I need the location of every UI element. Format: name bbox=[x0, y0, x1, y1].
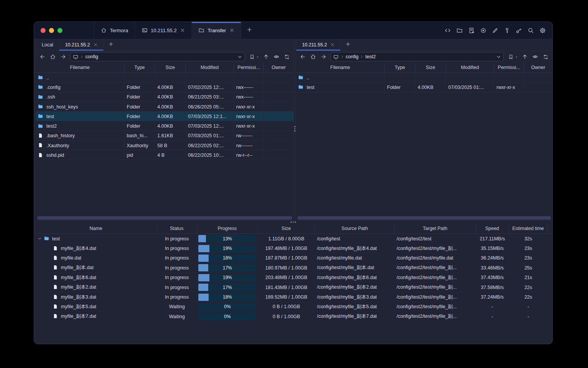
file-owner bbox=[264, 102, 294, 112]
home-icon[interactable] bbox=[49, 53, 56, 60]
chevron-down-icon[interactable] bbox=[496, 54, 501, 59]
close-window-button[interactable] bbox=[41, 28, 46, 33]
file-row[interactable]: ssh_host_keysFolder4.00KB06/26/2025 05:.… bbox=[36, 102, 294, 112]
back-icon[interactable] bbox=[299, 53, 306, 60]
back-icon[interactable] bbox=[39, 53, 46, 60]
path-field[interactable]: config test2 bbox=[330, 52, 504, 61]
scrollbar-thumb[interactable] bbox=[37, 216, 292, 220]
maximize-window-button[interactable] bbox=[57, 28, 62, 33]
expand-chevron-icon[interactable] bbox=[38, 237, 42, 241]
folder-icon[interactable] bbox=[456, 26, 463, 34]
upload-icon[interactable] bbox=[521, 53, 528, 60]
close-icon[interactable] bbox=[180, 28, 185, 33]
key-icon[interactable] bbox=[503, 26, 511, 34]
header-source-path[interactable]: Source Path bbox=[315, 223, 395, 233]
close-icon[interactable] bbox=[330, 43, 335, 47]
file-row[interactable]: testFolder4.00KB07/03/2025 12:1...rwxr-x… bbox=[36, 112, 294, 121]
header-permissions[interactable]: Permissi... bbox=[494, 62, 524, 72]
header-permissions[interactable]: Permissi... bbox=[234, 62, 264, 72]
file-name: .ssh bbox=[46, 94, 55, 100]
minimize-window-button[interactable] bbox=[49, 28, 54, 33]
transfer-row[interactable]: myfile_副本2.datIn progress17%181.43MB / 1… bbox=[36, 283, 552, 292]
header-progress[interactable]: Progress bbox=[197, 223, 258, 233]
transfer-row[interactable]: myfile.datIn progress18%187.87MB / 1.00G… bbox=[36, 253, 552, 263]
path-field[interactable]: config bbox=[70, 52, 245, 61]
panel-divider[interactable] bbox=[294, 39, 296, 220]
close-icon[interactable] bbox=[230, 28, 234, 33]
file-row[interactable]: .. bbox=[36, 73, 294, 82]
header-type[interactable]: Type bbox=[124, 62, 155, 72]
transfer-target-path: /config/test2/test/myfile.dat bbox=[395, 253, 476, 263]
path-segment[interactable]: config bbox=[85, 54, 98, 59]
bookmark-caret-icon[interactable] bbox=[515, 53, 518, 60]
tab-remote-host[interactable]: 10.211.55.2 bbox=[296, 39, 341, 51]
transfer-row[interactable]: myfile_副本.datIn progress17%180.97MB / 1.… bbox=[36, 263, 552, 273]
header-filename[interactable]: Filename bbox=[296, 62, 385, 72]
refresh-icon[interactable] bbox=[283, 53, 290, 60]
keychain-icon[interactable] bbox=[515, 26, 523, 34]
transfer-row[interactable]: myfile_副本3.datIn progress18%189.52MB / 1… bbox=[36, 292, 552, 302]
log-icon[interactable] bbox=[467, 26, 475, 34]
header-size[interactable]: Size bbox=[415, 62, 446, 72]
new-tab-button[interactable] bbox=[241, 22, 258, 39]
new-panel-tab-button[interactable] bbox=[104, 39, 118, 51]
file-row[interactable]: .. bbox=[296, 73, 552, 82]
file-row[interactable]: sshd.pidpid4 B06/22/2025 10:...rw-r--r-- bbox=[36, 150, 294, 160]
file-icon bbox=[53, 294, 59, 300]
chevron-down-icon[interactable] bbox=[237, 54, 242, 59]
tab-local[interactable]: Local bbox=[36, 39, 59, 51]
show-hidden-icon[interactable] bbox=[532, 53, 539, 60]
bookmark-caret-icon[interactable] bbox=[256, 53, 259, 60]
code-icon[interactable] bbox=[444, 26, 451, 34]
transfer-name-cell: myfile_副本2.dat bbox=[36, 283, 157, 292]
home-icon[interactable] bbox=[310, 53, 317, 60]
header-size[interactable]: Size bbox=[258, 223, 315, 233]
path-segment[interactable]: test2 bbox=[365, 54, 376, 59]
settings-icon[interactable] bbox=[539, 26, 546, 34]
file-row[interactable]: test2Folder4.00KB07/03/2025 12:...rwxr-x… bbox=[36, 121, 294, 131]
file-row[interactable]: testFolder4.00KB07/03/2025 01:...rwxr-xr… bbox=[296, 82, 552, 92]
header-filename[interactable]: Filename bbox=[36, 62, 124, 72]
scrollbar-thumb[interactable] bbox=[297, 216, 551, 220]
transfer-row[interactable]: myfile_副本6.datIn progress19%203.48MB / 1… bbox=[36, 273, 552, 283]
search-icon[interactable] bbox=[527, 26, 534, 34]
file-row[interactable]: .bash_historybash_hi...1.61KB07/03/2025 … bbox=[36, 131, 294, 141]
header-modified[interactable]: Modified bbox=[446, 62, 494, 72]
header-modified[interactable]: Modified bbox=[186, 62, 234, 72]
file-row[interactable]: .XauthorityXauthority58 B06/22/2025 02:.… bbox=[36, 141, 294, 150]
transfer-row[interactable]: myfile_副本4.datIn progress19%197.48MB / 1… bbox=[36, 243, 552, 253]
file-row[interactable]: .configFolder4.00KB07/02/2025 12:...rwx-… bbox=[36, 82, 294, 92]
header-type[interactable]: Type bbox=[385, 62, 415, 72]
upload-icon[interactable] bbox=[263, 53, 270, 60]
tab-transfer[interactable]: Transfer bbox=[192, 22, 241, 39]
tab-termora[interactable]: Termora bbox=[94, 22, 135, 39]
header-speed[interactable]: Speed bbox=[476, 223, 509, 233]
path-segment[interactable]: config bbox=[346, 54, 358, 59]
show-hidden-icon[interactable] bbox=[273, 53, 280, 60]
transfer-row[interactable]: myfile_副本5.datWaiting0%0 B / 1.00GB/conf… bbox=[36, 302, 552, 312]
new-panel-tab-button[interactable] bbox=[341, 39, 355, 51]
close-icon[interactable] bbox=[93, 43, 98, 47]
header-name[interactable]: Name bbox=[36, 223, 157, 233]
header-size[interactable]: Size bbox=[155, 62, 186, 72]
record-icon[interactable] bbox=[479, 26, 487, 34]
transfer-row[interactable]: myfile_副本7.datWaiting0%0 B / 1.00GB/conf… bbox=[36, 312, 552, 321]
forward-icon[interactable] bbox=[60, 53, 67, 60]
header-owner[interactable]: Owner bbox=[264, 62, 294, 72]
tab-remote-host[interactable]: 10.211.55.2 bbox=[59, 39, 104, 51]
header-owner[interactable]: Owner bbox=[524, 62, 552, 72]
header-status[interactable]: Status bbox=[157, 223, 197, 233]
transfer-row[interactable]: testIn progress13%1.11GB / 8.00GB/config… bbox=[36, 234, 552, 243]
header-target-path[interactable]: Target Path bbox=[395, 223, 476, 233]
bookmark-icon[interactable] bbox=[507, 53, 514, 60]
tab-terminal-session[interactable]: 10.211.55.2 bbox=[135, 22, 192, 39]
refresh-icon[interactable] bbox=[542, 53, 549, 60]
file-row[interactable]: .sshFolder4.00KB06/21/2025 03:...rwx----… bbox=[36, 92, 294, 102]
pencil-icon[interactable] bbox=[491, 26, 499, 34]
transfer-target-path: /config/test2/test/myfile_副... bbox=[395, 273, 476, 283]
horizontal-splitter[interactable] bbox=[34, 220, 552, 223]
header-estimated-time[interactable]: Estimated time bbox=[509, 223, 548, 233]
progress-bar: 17% bbox=[198, 264, 256, 271]
bookmark-icon[interactable] bbox=[248, 53, 255, 60]
forward-icon[interactable] bbox=[320, 53, 327, 60]
